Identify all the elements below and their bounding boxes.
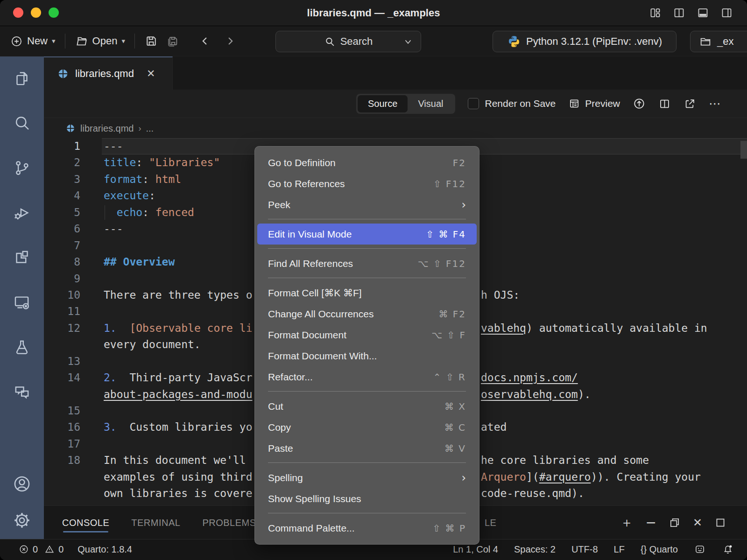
activity-bar xyxy=(0,56,44,539)
menu-item-cut[interactable]: Cut⌘ X xyxy=(257,396,477,417)
save-all-icon[interactable] xyxy=(165,34,180,49)
panel-restore-icon[interactable] xyxy=(669,517,681,529)
quarto-file-icon xyxy=(57,68,69,80)
toggle-secondary-sidebar-icon[interactable] xyxy=(720,7,733,19)
code-token: #arquero xyxy=(539,471,591,483)
menu-item-label: Peek xyxy=(268,199,461,210)
code-fragment: code-reuse.qmd). xyxy=(481,485,585,502)
render-on-save-label: Render on Save xyxy=(485,98,556,109)
menu-item-refactor[interactable]: Refactor...⌃ ⇧ R xyxy=(257,366,477,387)
new-button[interactable]: New ▾ xyxy=(10,35,56,48)
menu-item-edit-in-visual-mode[interactable]: Edit in Visual Mode⇧ ⌘ F4 xyxy=(257,224,477,245)
panel-tab-console[interactable]: CONSOLE xyxy=(62,512,109,533)
menu-item-change-all-occurrences[interactable]: Change All Occurrences⌘ F2 xyxy=(257,303,477,324)
eol-status[interactable]: LF xyxy=(614,544,625,555)
menu-item-label: Show Spelling Issues xyxy=(268,493,466,504)
menu-item-find-all-references[interactable]: Find All References⌥ ⇧ F12 xyxy=(257,253,477,274)
open-button[interactable]: Open ▾ xyxy=(75,35,125,48)
quarto-version-status[interactable]: Quarto: 1.8.4 xyxy=(78,544,132,555)
remote-explorer-icon[interactable] xyxy=(12,293,32,312)
code-fragment: 3. Custom libraries yo xyxy=(104,419,253,435)
menu-item-show-spelling-issues[interactable]: Show Spelling Issues xyxy=(257,488,477,509)
search-input[interactable]: Search xyxy=(275,31,421,52)
extensions-icon[interactable] xyxy=(12,248,32,267)
menu-item-shortcut: ⇧ ⌘ P xyxy=(432,523,466,534)
menu-item-command-palette[interactable]: Command Palette...⇧ ⌘ P xyxy=(257,518,477,539)
search-sidebar-icon[interactable] xyxy=(12,113,32,133)
workspace-selector[interactable]: _ex xyxy=(690,31,747,52)
notifications-bell-icon[interactable] xyxy=(722,543,734,555)
menu-item-go-to-references[interactable]: Go to References⇧ F12 xyxy=(257,173,477,194)
split-editor-icon[interactable] xyxy=(658,98,671,110)
feedback-smiley-icon[interactable] xyxy=(694,543,706,555)
render-on-save-checkbox[interactable] xyxy=(468,98,479,109)
interpreter-selector[interactable]: Python 3.12.1 (PipEnv: .venv) xyxy=(493,31,677,52)
menu-item-go-to-definition[interactable]: Go to DefinitionF2 xyxy=(257,152,477,173)
navigate-forward-icon[interactable] xyxy=(224,35,237,48)
menu-item-shortcut: ⌃ ⇧ R xyxy=(433,371,466,383)
visual-mode-button[interactable]: Visual xyxy=(408,95,453,112)
code-token: Third-party JavaScr xyxy=(129,371,252,384)
close-tab-icon[interactable]: ✕ xyxy=(147,68,155,80)
menu-item-format-cell-k-f[interactable]: Format Cell [⌘K ⌘F] xyxy=(257,282,477,303)
tab-libraries-qmd[interactable]: libraries.qmd ✕ xyxy=(44,56,173,90)
warning-count: 0 xyxy=(58,544,63,555)
cursor-position-status[interactable]: Ln 1, Col 4 xyxy=(453,544,498,555)
code-token: ated xyxy=(481,421,507,433)
encoding-status[interactable]: UTF-8 xyxy=(571,544,598,555)
menu-item-spelling[interactable]: Spelling› xyxy=(257,467,477,488)
code-token: ]( xyxy=(526,471,539,483)
open-in-new-window-icon[interactable] xyxy=(684,98,696,110)
customize-layout-icon[interactable] xyxy=(649,7,662,19)
toggle-panel-icon[interactable] xyxy=(697,7,709,19)
code-token xyxy=(117,421,130,433)
navigate-back-icon[interactable] xyxy=(198,35,211,48)
split-editor-layout-icon[interactable] xyxy=(673,7,685,19)
breadcrumb-more[interactable]: ... xyxy=(146,123,154,134)
toolbar-divider xyxy=(65,34,65,49)
menu-item-copy[interactable]: Copy⌘ C xyxy=(257,417,477,438)
account-icon[interactable] xyxy=(12,474,32,494)
panel-tab-partial[interactable]: LE xyxy=(485,512,496,533)
menu-separator xyxy=(255,387,479,396)
menu-item-format-document-with[interactable]: Format Document With... xyxy=(257,345,477,366)
code-token: --- xyxy=(104,223,123,235)
preview-button[interactable]: Preview xyxy=(568,98,620,110)
menu-item-label: Go to References xyxy=(268,178,433,189)
panel-tab-terminal[interactable]: TERMINAL xyxy=(131,512,180,533)
code-token: code-reuse.qmd). xyxy=(481,487,585,499)
save-icon[interactable] xyxy=(144,34,158,48)
source-mode-button[interactable]: Source xyxy=(358,95,408,112)
code-token: ). xyxy=(578,388,591,400)
problems-status[interactable]: 0 0 xyxy=(19,544,63,555)
menu-item-peek[interactable]: Peek› xyxy=(257,194,477,215)
panel-minimize-icon[interactable]: − xyxy=(645,516,656,529)
chevron-down-icon: ▾ xyxy=(52,37,56,45)
panel-tab-problems[interactable]: PROBLEMS xyxy=(202,512,256,533)
panel-close-icon[interactable]: ✕ xyxy=(693,516,702,529)
explorer-icon[interactable] xyxy=(12,69,32,88)
chevron-down-icon[interactable] xyxy=(403,38,413,46)
panel-add-icon[interactable]: ＋ xyxy=(620,516,633,529)
menu-separator xyxy=(255,509,479,518)
panel-maximize-icon[interactable] xyxy=(714,517,726,529)
menu-separator xyxy=(255,245,479,253)
quarto-file-icon xyxy=(65,123,76,133)
indentation-status[interactable]: Spaces: 2 xyxy=(514,544,556,555)
breadcrumb[interactable]: libraries.qmd › ... xyxy=(44,118,747,139)
source-control-icon[interactable] xyxy=(12,158,32,178)
comments-icon[interactable] xyxy=(12,382,32,402)
editor-scrollbar-thumb[interactable] xyxy=(740,141,747,159)
code-fragment: every document. xyxy=(104,336,201,353)
run-debug-icon[interactable] xyxy=(12,203,32,223)
settings-gear-icon[interactable] xyxy=(12,510,32,531)
menu-item-paste[interactable]: Paste⌘ V xyxy=(257,438,477,459)
testing-icon[interactable] xyxy=(12,337,32,357)
menu-item-label: Format Cell [⌘K ⌘F] xyxy=(268,287,466,299)
code-fragment: There are three types o xyxy=(104,287,253,303)
menu-item-format-document[interactable]: Format Document⌥ ⇧ F xyxy=(257,324,477,345)
breadcrumb-file[interactable]: libraries.qmd xyxy=(80,123,134,134)
render-publish-icon[interactable] xyxy=(633,97,646,110)
language-mode-status[interactable]: {} Quarto xyxy=(641,544,678,555)
more-actions-icon[interactable]: ⋯ xyxy=(709,99,721,108)
